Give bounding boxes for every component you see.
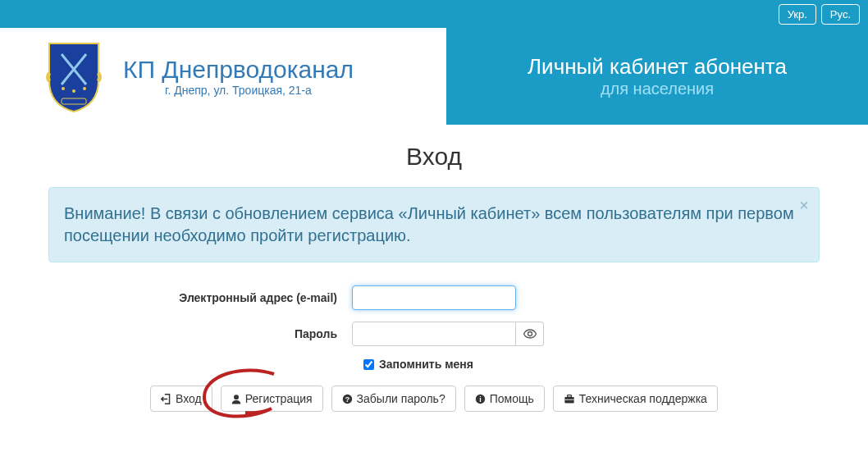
register-button-label: Регистрация [245,392,313,405]
briefcase-icon [564,394,575,404]
header: КП Днепрводоканал г. Днепр, ул. Троицкая… [0,28,868,125]
svg-rect-5 [62,98,86,104]
password-label: Пароль [48,327,352,340]
signin-icon [161,394,171,404]
topbar: Укр. Рус. [0,0,868,28]
svg-point-7 [234,395,239,399]
user-icon [231,394,241,404]
svg-text:?: ? [345,395,349,403]
remember-checkbox[interactable] [363,359,374,370]
email-label: Электронный адрес (e-mail) [48,291,352,304]
svg-point-4 [83,87,86,90]
support-button[interactable]: Техническая поддержка [553,386,718,412]
lang-ukr-button[interactable]: Укр. [779,4,816,25]
info-icon: i [475,394,486,404]
button-row: Вход Регистрация ? Забыли пароль? [48,386,820,412]
help-button-label: Помощь [490,392,534,405]
svg-point-2 [62,87,65,90]
question-icon: ? [342,394,353,404]
eye-icon [523,327,537,340]
login-button-label: Вход [176,392,202,405]
lang-rus-button[interactable]: Рус. [821,4,860,25]
page-title: Вход [48,143,820,171]
city-emblem-icon [41,39,107,113]
svg-text:i: i [479,395,481,403]
register-button[interactable]: Регистрация [221,386,323,412]
svg-rect-13 [567,395,571,396]
password-field[interactable] [352,322,516,346]
login-button[interactable]: Вход [150,386,212,412]
header-right: Личный кабинет абонента для населения [446,28,868,125]
forgot-password-button[interactable]: ? Забыли пароль? [331,386,456,412]
alert-notice: Внимание! В связи с обновлением сервиса … [48,187,820,262]
alert-text: Внимание! В связи с обновлением сервиса … [64,204,794,244]
help-button[interactable]: i Помощь [464,386,545,412]
remember-row: Запомнить меня [48,358,820,371]
brand-text: КП Днепрводоканал г. Днепр, ул. Троицкая… [123,56,354,97]
remember-label: Запомнить меня [379,358,473,371]
toggle-password-button[interactable] [516,322,544,346]
support-button-label: Техническая поддержка [579,392,707,405]
header-title: Личный кабинет абонента [528,54,787,80]
brand-name: КП Днепрводоканал [123,56,354,84]
brand-address: г. Днепр, ул. Троицкая, 21-а [123,84,354,97]
svg-point-3 [72,89,75,93]
login-form: Электронный адрес (e-mail) Пароль Запомн… [48,285,820,412]
email-field[interactable] [352,285,516,310]
header-left: КП Днепрводоканал г. Днепр, ул. Троицкая… [0,28,446,125]
header-subtitle: для населения [601,80,714,98]
svg-point-6 [528,332,532,336]
close-icon[interactable]: × [799,194,809,217]
forgot-button-label: Забыли пароль? [357,392,445,405]
